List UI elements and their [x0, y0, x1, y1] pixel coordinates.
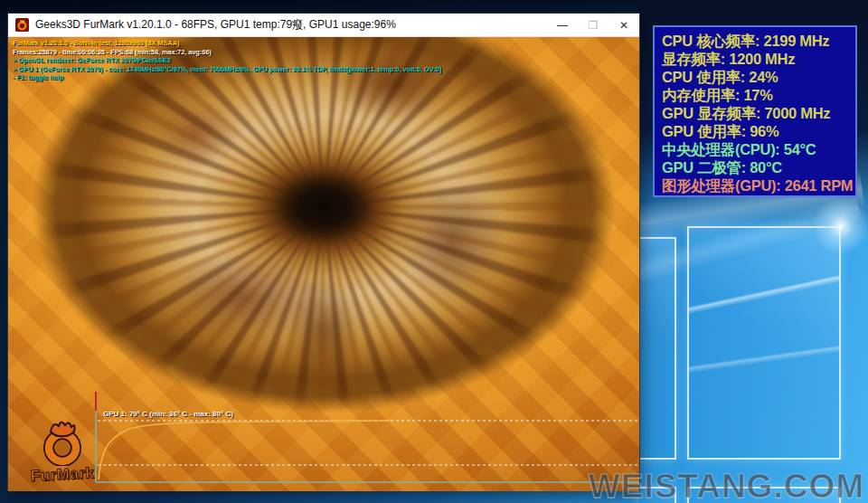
furmark-logo-text: FurMark	[21, 464, 105, 487]
furmark-window: Geeks3D FurMark v1.20.1.0 - 68FPS, GPU1 …	[7, 13, 640, 491]
stat-ram-usage: 内存使用率: 17%	[662, 86, 848, 104]
titlebar[interactable]: Geeks3D FurMark v1.20.1.0 - 68FPS, GPU1 …	[8, 14, 639, 37]
stat-cpu-temp: 中央处理器(CPU): 54°C	[662, 140, 848, 158]
stat-gpu-mem-clock: GPU 显存频率: 7000 MHz	[662, 104, 848, 122]
windows-logo-glow	[812, 197, 868, 255]
windows-logo-pane	[638, 237, 676, 460]
stat-cpu-core-clock: CPU 核心频率: 2199 MHz	[662, 32, 848, 50]
stat-gpu-usage: GPU 使用率: 96%	[662, 122, 848, 140]
windows-logo-pane	[687, 226, 841, 460]
stat-gpu-temp: GPU 二极管: 80°C	[662, 158, 848, 176]
render-area: FurMark v1.20.1.0 - Burn-in test, 1280x9…	[8, 37, 639, 491]
osd-line-version: FurMark v1.20.1.0 - Burn-in test, 1280x9…	[13, 39, 441, 48]
furmark-logo: FurMark	[21, 419, 104, 484]
stat-gpu-fan-rpm: 图形处理器(GPU): 2641 RPM	[662, 176, 848, 195]
furmark-flame-ring-icon	[31, 419, 94, 466]
temp-graph-label: GPU 1: 79° C (min: 36° C - max: 80° C)	[103, 410, 233, 418]
close-button[interactable]: ✕	[609, 14, 639, 37]
watermark: WEISTANG.COM	[589, 470, 864, 503]
stats-overlay-panel: CPU 核心频率: 2199 MHz 显存频率: 1200 MHz CPU 使用…	[653, 25, 857, 197]
gpu-temp-curve	[99, 421, 392, 479]
furmark-app-icon	[15, 18, 29, 32]
osd-line-frames: Frames:25879 - time:00:06:35 - FPS:68 (m…	[13, 48, 441, 57]
osd-line-renderer: > OpenGL renderer: GeForce RTX 2070/PCIe…	[13, 56, 441, 65]
window-title: Geeks3D FurMark v1.20.1.0 - 68FPS, GPU1 …	[35, 17, 396, 33]
screen: Geeks3D FurMark v1.20.1.0 - 68FPS, GPU1 …	[0, 0, 868, 503]
maximize-button[interactable]: ❐	[578, 14, 609, 37]
stat-mem-clock: 显存频率: 1200 MHz	[662, 50, 848, 68]
osd-line-gpu: > GPU 1 (GeForce RTX 2070) - core: 1740M…	[13, 65, 441, 74]
osd-line-help: - F1: toggle help	[13, 73, 441, 82]
minimize-button[interactable]: —	[547, 14, 578, 37]
stat-cpu-usage: CPU 使用率: 24%	[662, 68, 848, 86]
osd-overlay: FurMark v1.20.1.0 - Burn-in test, 1280x9…	[13, 39, 441, 82]
window-controls: — ❐ ✕	[547, 14, 639, 37]
